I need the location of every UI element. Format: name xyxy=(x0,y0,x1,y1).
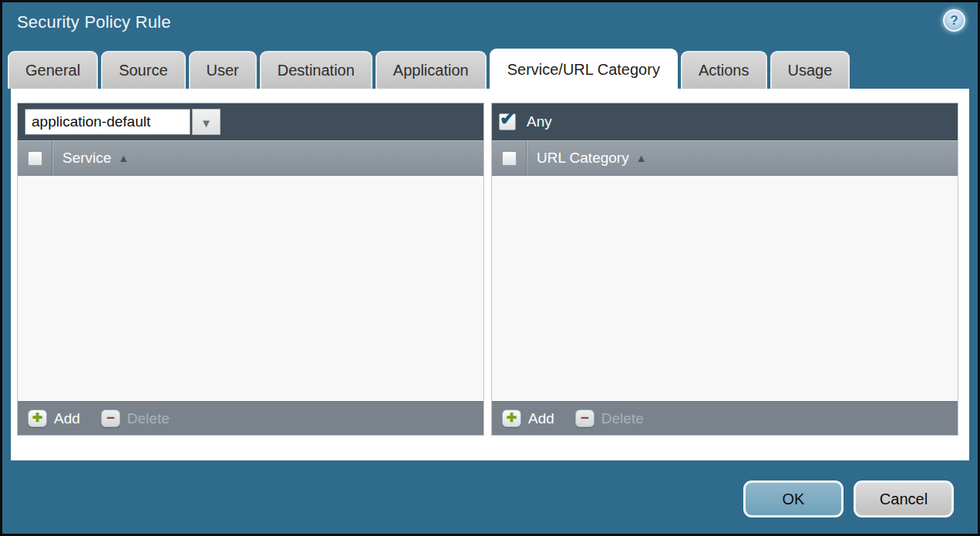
sort-ascending-icon: ▲ xyxy=(636,152,647,164)
service-delete-label: Delete xyxy=(127,410,170,427)
service-type-dropdown-value[interactable]: application-default xyxy=(25,109,190,135)
service-type-dropdown[interactable]: application-default ▼ xyxy=(25,109,221,135)
tab-service-url-category[interactable]: Service/URL Category xyxy=(490,49,678,89)
url-category-column-header[interactable]: URL Category xyxy=(537,150,629,167)
cancel-button[interactable]: Cancel xyxy=(854,480,954,517)
tab-content: application-default ▼ Service ▲ ✚ Add xyxy=(11,89,969,460)
url-category-delete-label: Delete xyxy=(601,410,644,427)
tab-general[interactable]: General xyxy=(8,51,98,89)
add-plus-icon: ✚ xyxy=(502,410,521,427)
service-list xyxy=(18,176,483,401)
dialog-action-buttons: OK Cancel xyxy=(743,480,954,517)
url-category-add-label: Add xyxy=(528,410,554,427)
security-policy-rule-dialog: Security Policy Rule ? General Source Us… xyxy=(0,0,980,536)
delete-minus-icon: − xyxy=(101,410,120,427)
delete-minus-icon: − xyxy=(575,410,594,427)
help-icon: ? xyxy=(950,13,958,29)
service-type-dropdown-button[interactable]: ▼ xyxy=(192,109,221,135)
url-category-list xyxy=(492,176,958,401)
service-column-header-row: Service ▲ xyxy=(18,140,483,176)
url-category-column-header-row: URL Category ▲ xyxy=(492,140,958,176)
url-category-select-all-checkbox[interactable] xyxy=(502,151,517,166)
tab-usage[interactable]: Usage xyxy=(770,51,850,89)
url-category-panel-header: ✔ Any xyxy=(492,103,958,140)
check-icon: ✔ xyxy=(500,110,515,128)
service-panel-header: application-default ▼ xyxy=(18,103,483,140)
tab-application[interactable]: Application xyxy=(375,51,487,89)
add-plus-icon: ✚ xyxy=(28,410,47,427)
chevron-down-icon: ▼ xyxy=(200,116,212,130)
service-delete-button[interactable]: − Delete xyxy=(101,410,170,427)
service-add-button[interactable]: ✚ Add xyxy=(28,410,80,427)
tab-actions[interactable]: Actions xyxy=(681,51,767,89)
tab-destination[interactable]: Destination xyxy=(260,51,372,89)
url-category-delete-button[interactable]: − Delete xyxy=(575,410,644,427)
url-category-panel-toolbar: ✚ Add − Delete xyxy=(492,401,958,435)
tab-user[interactable]: User xyxy=(189,51,257,89)
url-category-select-all-cell xyxy=(492,141,527,175)
titlebar: Security Policy Rule ? xyxy=(2,2,978,49)
ok-button[interactable]: OK xyxy=(743,480,844,517)
service-panel-toolbar: ✚ Add − Delete xyxy=(18,401,483,435)
service-select-all-checkbox[interactable] xyxy=(28,151,42,166)
service-column-header[interactable]: Service xyxy=(62,150,111,167)
url-category-any-checkbox[interactable]: ✔ xyxy=(499,113,516,130)
service-select-all-cell xyxy=(18,141,52,175)
url-category-panel: ✔ Any URL Category ▲ ✚ Add − Delete xyxy=(491,103,958,436)
tab-source[interactable]: Source xyxy=(101,51,185,89)
dialog-title: Security Policy Rule xyxy=(17,12,171,32)
tab-bar: General Source User Destination Applicat… xyxy=(8,49,850,89)
sort-ascending-icon: ▲ xyxy=(118,152,129,164)
url-category-any-label: Any xyxy=(527,113,552,130)
help-button[interactable]: ? xyxy=(943,9,965,32)
service-add-label: Add xyxy=(54,410,80,427)
url-category-add-button[interactable]: ✚ Add xyxy=(502,410,554,427)
service-panel: application-default ▼ Service ▲ ✚ Add xyxy=(17,103,484,436)
